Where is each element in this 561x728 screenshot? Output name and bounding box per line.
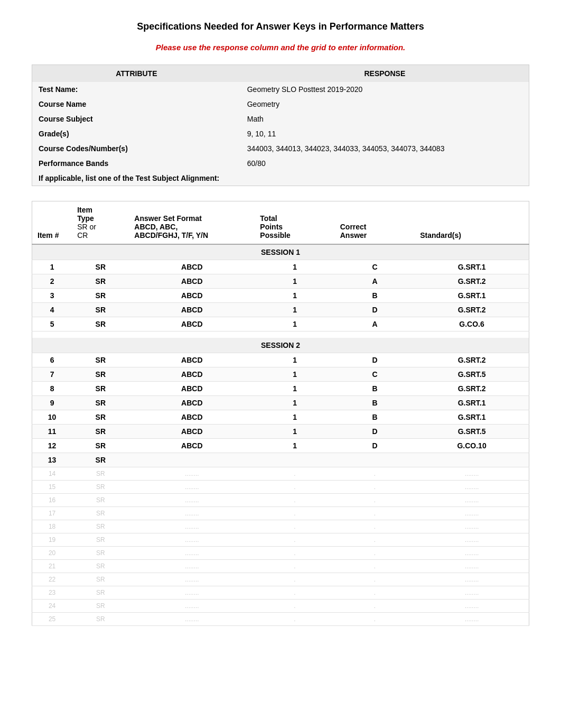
attr-header-row: ATTRIBUTE RESPONSE [32, 65, 529, 82]
session2-label-row: SESSION 2 [32, 338, 529, 353]
table-row: 1SRABCD1CG.SRT.1 [32, 260, 529, 274]
attr-row-coursecodes: Course Codes/Number(s) 344003, 344013, 3… [32, 141, 529, 156]
table-row: 11SRABCD1DG.SRT.5 [32, 424, 529, 438]
table-row: 10SRABCD1BG.SRT.1 [32, 410, 529, 424]
page-title: Specifications Needed for Answer Keys in… [32, 21, 529, 32]
table-row: 8SRABCD1BG.SRT.2 [32, 381, 529, 395]
table-row: 19SR.................. [32, 533, 529, 546]
th-standards: Standard(s) [415, 201, 529, 245]
table-row: 16SR.................. [32, 493, 529, 506]
attr-row-grade: Grade(s) 9, 10, 11 [32, 126, 529, 141]
table-row: 6SRABCD1DG.SRT.2 [32, 353, 529, 367]
resp-col-header: RESPONSE [241, 65, 529, 82]
attr-row-alignment: If applicable, list one of the Test Subj… [32, 171, 529, 186]
th-item-num: Item # [32, 201, 72, 245]
th-total-points: TotalPointsPossible [255, 201, 334, 245]
table-row: 3SRABCD1BG.SRT.1 [32, 289, 529, 303]
table-row: 12SRABCD1DG.CO.10 [32, 438, 529, 453]
table-row: 22SR.................. [32, 573, 529, 586]
table-row: 4SRABCD1DG.SRT.2 [32, 303, 529, 317]
attr-row-testname: Test Name: Geometry SLO Posttest 2019-20… [32, 82, 529, 97]
table-row: 5SRABCD1AG.CO.6 [32, 317, 529, 331]
attr-row-perfbands: Performance Bands 60/80 [32, 156, 529, 171]
table-row: 17SR.................. [32, 506, 529, 520]
attr-col-header: ATTRIBUTE [32, 65, 241, 82]
attr-row-coursename: Course Name Geometry [32, 97, 529, 112]
attr-row-coursesubject: Course Subject Math [32, 112, 529, 126]
table-row: 2SRABCD1AG.SRT.2 [32, 274, 529, 289]
table-row: 14SR.................. [32, 467, 529, 480]
table-row: 15SR.................. [32, 480, 529, 493]
table-row: 21SR.................. [32, 559, 529, 573]
table-row: 23SR.................. [32, 586, 529, 599]
subtitle: Please use the response column and the g… [32, 43, 529, 52]
table-row: 25SR.................. [32, 612, 529, 625]
th-item-type: ItemTypeSR orCR [72, 201, 129, 245]
table-row: 18SR.................. [32, 520, 529, 533]
session1-label-row: SESSION 1 [32, 244, 529, 260]
main-data-table: Item # ItemTypeSR orCR Answer Set Format… [32, 201, 529, 626]
th-correct-answer: CorrectAnswer [335, 201, 415, 245]
table-row: 9SRABCD1BG.SRT.1 [32, 395, 529, 410]
table-row: 24SR.................. [32, 599, 529, 612]
table-header-row: Item # ItemTypeSR orCR Answer Set Format… [32, 201, 529, 245]
th-answer-format: Answer Set FormatABCD, ABC,ABCD/FGHJ, T/… [129, 201, 255, 245]
attribute-response-table: ATTRIBUTE RESPONSE Test Name: Geometry S… [32, 64, 529, 186]
table-row: 20SR.................. [32, 546, 529, 559]
table-row: 7SRABCD1CG.SRT.5 [32, 367, 529, 381]
table-row: 13SR [32, 453, 529, 467]
